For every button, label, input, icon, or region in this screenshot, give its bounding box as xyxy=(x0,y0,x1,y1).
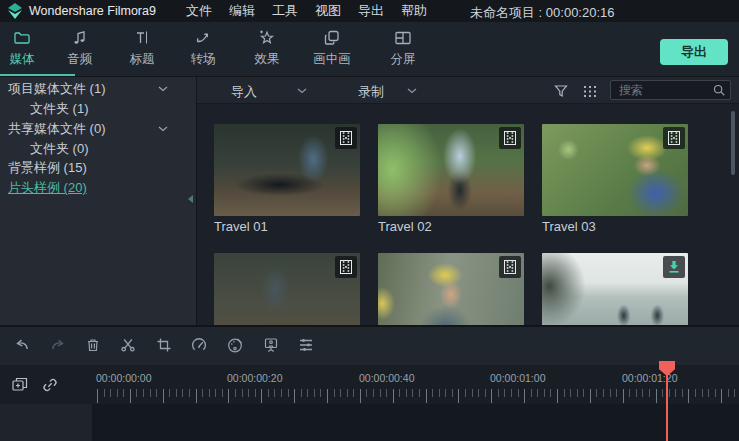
sidebar-item-project-folder[interactable]: 文件夹 (1) xyxy=(0,99,196,119)
ruler-timestamp: 00:00:00:40 xyxy=(359,372,414,384)
app-title: Wondershare Filmora9 xyxy=(29,4,156,18)
filmstrip-icon xyxy=(335,256,357,278)
menu-file[interactable]: 文件 xyxy=(186,2,212,20)
media-item-thumbnail[interactable] xyxy=(214,253,360,325)
picture-in-picture-icon xyxy=(322,28,342,48)
menu-tools[interactable]: 工具 xyxy=(272,2,298,20)
add-to-track-icon[interactable] xyxy=(10,375,30,395)
tab-audio[interactable]: 音频 xyxy=(45,28,115,68)
filmstrip-icon xyxy=(499,127,521,149)
timeline-panel: 00:00:00:00 00:00:00:20 00:00:00:40 00:0… xyxy=(0,365,739,441)
sidebar-item-label: 片头样例 (20) xyxy=(8,178,87,198)
text-title-icon xyxy=(132,28,152,48)
menu-view[interactable]: 视图 xyxy=(315,2,341,20)
sidebar-item-label: 项目媒体文件 (1) xyxy=(8,79,106,99)
filter-funnel-icon[interactable] xyxy=(552,82,570,100)
color-palette-icon[interactable] xyxy=(226,336,244,354)
project-title: 未命名项目 : 00:00:20:16 xyxy=(470,4,615,22)
media-grid: Travel 01 Travel 02 Travel 03 xyxy=(197,104,739,325)
redo-icon[interactable] xyxy=(49,336,67,354)
music-note-icon xyxy=(70,28,90,48)
adjust-sliders-icon[interactable] xyxy=(297,336,315,354)
menu-help[interactable]: 帮助 xyxy=(401,2,427,20)
crop-icon[interactable] xyxy=(155,336,173,354)
track-header xyxy=(0,404,92,441)
tab-media-label: 媒体 xyxy=(10,51,35,68)
edit-toolbar xyxy=(0,325,739,365)
playhead-line xyxy=(666,368,668,441)
tab-pip[interactable]: 画中画 xyxy=(297,28,367,68)
media-item-thumbnail[interactable] xyxy=(378,253,524,325)
main-tab-bar: 媒体 音频 标题 转场 xyxy=(0,22,739,77)
search-icon[interactable] xyxy=(712,83,726,97)
chevron-down-icon[interactable] xyxy=(158,86,168,92)
sidebar-item-label: 共享媒体文件 (0) xyxy=(8,119,106,139)
media-item-label: Travel 03 xyxy=(542,219,596,234)
delete-trash-icon[interactable] xyxy=(84,336,102,354)
filmstrip-icon xyxy=(335,127,357,149)
media-item-thumbnail[interactable] xyxy=(378,124,524,216)
track-lane[interactable] xyxy=(92,404,739,441)
media-item-thumbnail[interactable] xyxy=(214,124,360,216)
tab-pip-label: 画中画 xyxy=(313,51,351,68)
filmora-logo-icon xyxy=(7,3,23,19)
search-input[interactable] xyxy=(611,81,711,99)
sidebar-collapse-arrow-icon[interactable] xyxy=(188,195,193,203)
link-icon[interactable] xyxy=(41,376,59,394)
sidebar-item-background-samples[interactable]: 背景样例 (15) xyxy=(0,158,196,178)
cut-scissors-icon[interactable] xyxy=(119,336,137,354)
media-library-sidebar: 项目媒体文件 (1) 文件夹 (1) 共享媒体文件 (0) 文件夹 (0) 背景… xyxy=(0,77,196,325)
import-button[interactable]: 导入 xyxy=(231,83,257,101)
ruler-timestamp: 00:00:00:20 xyxy=(227,372,282,384)
sidebar-item-shared-media[interactable]: 共享媒体文件 (0) xyxy=(0,119,196,139)
effects-star-icon xyxy=(257,28,277,48)
tab-transitions-label: 转场 xyxy=(191,51,216,68)
export-button[interactable]: 导出 xyxy=(660,39,728,65)
media-item-thumbnail[interactable] xyxy=(542,253,688,325)
sidebar-item-shared-folder[interactable]: 文件夹 (0) xyxy=(0,139,196,159)
tab-split-screen[interactable]: 分屏 xyxy=(368,28,438,68)
split-screen-icon xyxy=(393,28,413,48)
tab-audio-label: 音频 xyxy=(68,51,93,68)
media-panel: 导入 录制 xyxy=(197,77,739,325)
record-button[interactable]: 录制 xyxy=(358,83,384,101)
media-scrollbar[interactable] xyxy=(731,111,735,175)
undo-icon[interactable] xyxy=(13,336,31,354)
speed-gauge-icon[interactable] xyxy=(190,336,208,354)
chevron-down-icon[interactable] xyxy=(158,126,168,132)
sidebar-item-project-media[interactable]: 项目媒体文件 (1) xyxy=(0,79,196,99)
filmora-window: Wondershare Filmora9 文件 编辑 工具 视图 导出 帮助 未… xyxy=(0,0,739,441)
ruler-timestamp: 00:00:00:00 xyxy=(96,372,151,384)
tab-split-screen-label: 分屏 xyxy=(391,51,416,68)
media-panel-toolbar: 导入 录制 xyxy=(197,77,739,104)
download-icon[interactable] xyxy=(663,256,685,278)
tab-titles-label: 标题 xyxy=(130,51,155,68)
menu-edit[interactable]: 编辑 xyxy=(229,2,255,20)
text-board-icon[interactable] xyxy=(262,336,280,354)
record-chevron-down-icon[interactable] xyxy=(407,88,417,94)
import-chevron-down-icon[interactable] xyxy=(297,88,307,94)
tab-effects-label: 效果 xyxy=(255,51,280,68)
title-bar: Wondershare Filmora9 文件 编辑 工具 视图 导出 帮助 未… xyxy=(0,0,739,22)
timeline-ruler[interactable] xyxy=(94,389,739,403)
sidebar-item-label: 文件夹 (1) xyxy=(30,99,89,119)
menu-export[interactable]: 导出 xyxy=(358,2,384,20)
transition-icon xyxy=(193,28,213,48)
media-item-thumbnail[interactable] xyxy=(542,124,688,216)
tab-effects[interactable]: 效果 xyxy=(232,28,302,68)
media-item-label: Travel 01 xyxy=(214,219,268,234)
filmstrip-icon xyxy=(499,256,521,278)
sidebar-item-label: 文件夹 (0) xyxy=(30,139,89,159)
menu-bar: 文件 编辑 工具 视图 导出 帮助 xyxy=(186,0,427,22)
filmstrip-icon xyxy=(663,127,685,149)
folder-media-icon xyxy=(12,28,32,48)
active-tab-underline xyxy=(0,74,75,76)
grid-view-icon[interactable] xyxy=(581,82,599,100)
sidebar-item-intro-samples[interactable]: 片头样例 (20) xyxy=(0,178,196,198)
media-item-label: Travel 02 xyxy=(378,219,432,234)
tab-transitions[interactable]: 转场 xyxy=(168,28,238,68)
search-box[interactable] xyxy=(610,80,731,100)
sidebar-item-label: 背景样例 (15) xyxy=(8,158,87,178)
tab-titles[interactable]: 标题 xyxy=(107,28,177,68)
ruler-timestamp: 00:00:01:00 xyxy=(490,372,545,384)
